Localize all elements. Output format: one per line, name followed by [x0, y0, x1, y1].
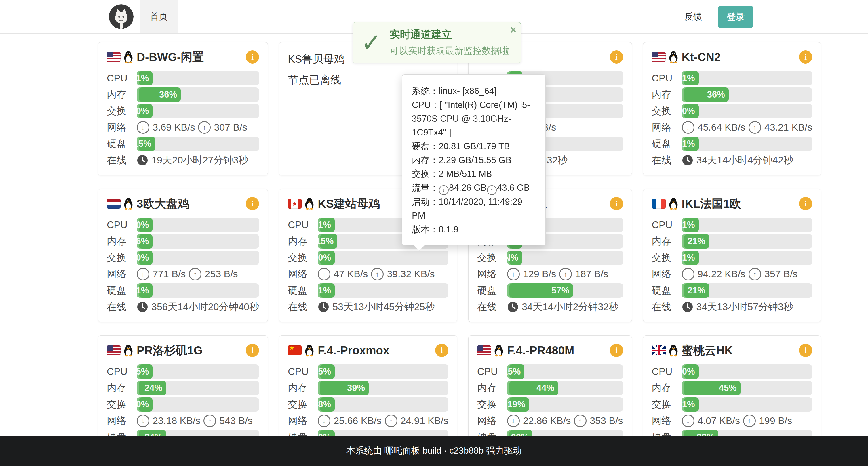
footer-prefix: 本系统由: [346, 445, 384, 457]
linux-penguin-icon: [123, 344, 133, 357]
cpu-percent: 0%: [682, 366, 695, 377]
download-arrow-icon: ↓: [318, 268, 331, 280]
online-label: 在线: [107, 300, 137, 313]
cpu-label: CPU: [477, 366, 507, 377]
upload-arrow-icon: ↑: [574, 414, 587, 427]
download-arrow-icon: ↓: [507, 414, 520, 427]
network-label: 网络: [652, 414, 682, 428]
memory-progress-bar: 21%: [682, 234, 812, 248]
swap-progress-bar: 0%: [318, 251, 448, 265]
disk-percent: 21%: [687, 285, 705, 296]
download-speed: 23.18 KB/s: [153, 415, 200, 426]
disk-row: 硬盘 21%: [652, 282, 812, 299]
swap-progress-bar: 8%: [318, 397, 448, 412]
memory-progress-bar: 44%: [507, 381, 623, 395]
tab-home[interactable]: 首页: [140, 0, 178, 33]
logo-avatar[interactable]: [109, 4, 133, 29]
check-icon: ✓: [353, 30, 390, 55]
disk-label: 硬盘: [107, 137, 137, 151]
info-icon[interactable]: i: [610, 51, 623, 64]
server-name: 3欧大盘鸡: [137, 196, 246, 212]
server-card-header: Kt-CN2 i: [652, 48, 812, 65]
panel-link[interactable]: 哪吒面板: [384, 445, 420, 457]
disk-percent: 15%: [137, 139, 151, 149]
download-arrow-icon: ↓: [318, 414, 331, 427]
uptime-value: 34天13小时57分钟3秒: [696, 300, 793, 313]
disk-label: 硬盘: [288, 284, 318, 297]
swap-value: 2 MB/511 MB: [439, 169, 492, 179]
network-label: 网络: [107, 414, 137, 428]
uptime-value: 53天13小时45分钟25秒: [332, 300, 435, 313]
swap-progress-bar: NaN%: [507, 251, 623, 265]
linux-penguin-icon: [669, 197, 678, 210]
memory-label: 内存: [477, 381, 507, 395]
info-icon[interactable]: i: [799, 51, 812, 64]
download-speed: 3.69 KB/s: [153, 122, 195, 133]
download-speed: 771 B/s: [153, 268, 186, 279]
cpu-label: CPU: [107, 219, 137, 230]
memory-percent: 36%: [707, 90, 725, 100]
country-flag-icon: [107, 199, 121, 208]
cpu-progress-bar: 0%: [682, 364, 812, 379]
swap-percent: 0%: [318, 253, 331, 263]
cpu-label: CPU: [652, 72, 682, 84]
download-speed: 22.86 KB/s: [523, 415, 571, 426]
info-icon[interactable]: i: [610, 197, 623, 210]
cpu-row: CPU 1%: [652, 70, 812, 86]
cpu-label: CPU: [107, 366, 137, 377]
build-link[interactable]: c23b88b: [449, 445, 484, 456]
cpu-percent: 15%: [507, 366, 521, 377]
swap-progress-bar: 0%: [137, 251, 259, 265]
info-icon[interactable]: i: [610, 344, 623, 357]
cpu-row: CPU 5%: [288, 363, 448, 380]
swap-progress-bar: 0%: [682, 104, 812, 118]
footer-suffix: 强力驱动: [484, 445, 522, 457]
network-label: 网络: [107, 268, 137, 281]
memory-percent: 45%: [719, 383, 737, 393]
server-name: F.4.-PR480M: [507, 344, 610, 357]
country-flag-icon: [652, 345, 666, 355]
info-icon[interactable]: i: [435, 344, 448, 357]
memory-percent: 39%: [347, 383, 365, 393]
toast-notification: ✓ 实时通道建立 可以实时获取最新监控数据啦 ×: [352, 22, 521, 63]
swap-label: 交换: [288, 251, 318, 264]
network-row: 网络 ↓ 94.22 KB/s ↑ 357 B/s: [652, 266, 812, 282]
upload-speed: 187 B/s: [575, 268, 608, 279]
cpu-progress-bar: 5%: [318, 364, 448, 379]
upload-arrow-icon: ↑: [749, 121, 761, 134]
network-row: 网络 ↓ 4.07 KB/s ↑ 199 B/s: [652, 412, 812, 429]
swap-percent: 8%: [318, 399, 331, 410]
version-value: 0.1.9: [439, 224, 459, 234]
upload-speed: 253 B/s: [205, 268, 238, 279]
login-button[interactable]: 登录: [718, 6, 753, 28]
memory-percent: 44%: [536, 383, 554, 393]
swap-label: 交换: [477, 398, 507, 411]
tooltip-boot-row: 启动：10/14/2020, 11:49:29 PM: [412, 195, 536, 223]
info-icon[interactable]: i: [799, 197, 812, 210]
memory-label: 内存: [652, 88, 682, 101]
cpu-progress-bar: 5%: [137, 364, 259, 379]
swap-percent: 1%: [682, 399, 695, 410]
memory-progress-bar: 36%: [137, 88, 259, 102]
cpu-row: CPU 0%: [107, 217, 259, 233]
download-speed: 94.22 KB/s: [698, 268, 745, 279]
memory-label: 内存: [288, 381, 318, 395]
swap-percent: NaN%: [507, 253, 518, 263]
feedback-link[interactable]: 反馈: [684, 0, 702, 33]
clock-icon: [318, 301, 329, 313]
upload-speed: 24.91 KB/s: [401, 415, 448, 426]
cpu-label: CPU: [107, 72, 137, 84]
online-row: 在线 34天14小时2分钟32秒: [477, 299, 623, 315]
linux-penguin-icon: [123, 51, 133, 63]
memory-row: 内存 45%: [652, 380, 812, 396]
swap-progress-bar: 19%: [507, 397, 623, 412]
disk-label: 硬盘: [652, 284, 682, 297]
info-icon[interactable]: i: [246, 51, 259, 64]
info-icon[interactable]: i: [799, 344, 812, 357]
disk-label: 硬盘: [652, 137, 682, 151]
close-icon[interactable]: ×: [510, 25, 516, 35]
info-icon[interactable]: i: [246, 197, 259, 210]
info-icon[interactable]: i: [246, 344, 259, 357]
swap-row: 交换 0%: [107, 103, 259, 119]
swap-row: 交换 NaN%: [477, 249, 623, 266]
